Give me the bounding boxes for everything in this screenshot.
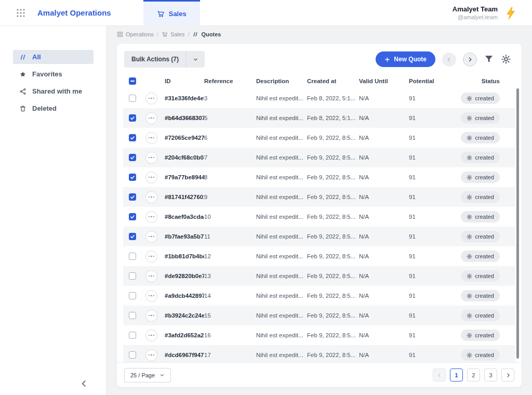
row-reference: 10 [204, 214, 256, 220]
status-label: created [475, 352, 494, 358]
row-actions-button[interactable] [145, 132, 157, 144]
status-label: created [475, 293, 494, 299]
breadcrumb-item-operations[interactable]: Operations [117, 31, 154, 37]
row-actions-button[interactable] [145, 330, 157, 341]
table-row: #81741f4276019Nihil est expedit...Feb 9,… [123, 187, 515, 207]
table-row: #b64d36683075Nihil est expedit...Feb 8, … [123, 108, 515, 128]
row-checkbox[interactable] [129, 154, 136, 161]
breadcrumb-item-quotes: Quotes [192, 31, 221, 37]
row-actions-button[interactable] [145, 349, 157, 361]
row-created-at: Feb 8, 2022, 5:1... [307, 95, 359, 101]
row-reference: 17 [204, 352, 256, 358]
row-checkbox[interactable] [129, 272, 136, 280]
row-checkbox[interactable] [129, 351, 136, 359]
row-checkbox[interactable] [129, 114, 136, 122]
row-checkbox[interactable] [129, 193, 136, 201]
settings-button[interactable] [501, 54, 511, 64]
pagination-next-button[interactable] [501, 368, 514, 381]
chevron-down-icon[interactable] [187, 57, 205, 62]
breadcrumb: Operations / Sales / Quotes [117, 31, 532, 37]
table-row: #31e336fde4ef3Nihil est expedit...Feb 8,… [123, 88, 515, 108]
status-badge: created [461, 112, 500, 124]
share-icon [19, 88, 26, 95]
row-id: #b3924c2c24e [165, 312, 204, 319]
row-actions-button[interactable] [145, 270, 157, 282]
plus-icon [384, 57, 390, 62]
column-header-description: Description [256, 78, 307, 84]
row-created-at: Feb 9, 2022, 8:5... [307, 214, 359, 220]
row-description: Nihil est expedit... [256, 273, 307, 279]
column-header-valid-until: Valid Until [359, 78, 409, 84]
row-actions-button[interactable] [145, 310, 157, 322]
row-created-at: Feb 9, 2022, 8:5... [307, 253, 359, 259]
row-reference: 8 [204, 174, 256, 180]
row-actions-button[interactable] [145, 211, 157, 223]
row-checkbox[interactable] [129, 332, 136, 339]
row-reference: 12 [204, 253, 256, 259]
row-checkbox[interactable] [129, 253, 136, 260]
pagination-prev-button[interactable] [433, 368, 446, 381]
row-valid-until: N/A [359, 293, 409, 299]
row-id: #72065ce9427 [165, 135, 204, 141]
filter-button[interactable] [484, 54, 494, 64]
row-checkbox[interactable] [129, 174, 136, 181]
row-created-at: Feb 9, 2022, 8:5... [307, 174, 359, 180]
next-page-arrow-button[interactable] [463, 52, 477, 67]
bulk-actions-button[interactable]: Bulk Actions (7) [124, 51, 205, 68]
row-checkbox[interactable] [129, 312, 136, 319]
page-button-2[interactable]: 2 [467, 368, 480, 381]
row-actions-button[interactable] [145, 191, 157, 203]
sidebar-item-shared-with-me[interactable]: Shared with me [13, 84, 94, 98]
row-id: #81741f427601 [165, 194, 204, 200]
table-row: #b3924c2c24e15Nihil est expedit...Feb 9,… [123, 306, 515, 325]
row-description: Nihil est expedit... [256, 194, 307, 200]
row-checkbox[interactable] [129, 213, 136, 220]
app-launcher-icon[interactable] [16, 8, 26, 18]
row-created-at: Feb 9, 2022, 8:5... [307, 312, 359, 319]
sidebar-item-deleted[interactable]: Deleted [13, 101, 94, 115]
status-label: created [475, 233, 494, 240]
card-toolbar: Bulk Actions (7) New Quote [117, 44, 522, 74]
new-quote-button[interactable]: New Quote [376, 51, 435, 67]
vertical-scrollbar[interactable] [516, 88, 519, 359]
table-header-row: IDReferenceDescriptionCreated atValid Un… [123, 74, 515, 88]
status-badge: created [461, 330, 500, 341]
status-badge: created [461, 310, 500, 321]
select-all-checkbox[interactable] [129, 77, 136, 85]
page-button-3[interactable]: 3 [484, 368, 497, 381]
row-description: Nihil est expedit... [256, 233, 307, 240]
row-actions-button[interactable] [145, 152, 157, 164]
row-actions-button[interactable] [145, 93, 157, 104]
page-button-1[interactable]: 1 [450, 368, 463, 381]
sidebar-item-all[interactable]: All [13, 50, 94, 64]
row-actions-button[interactable] [145, 172, 157, 183]
sidebar-item-favorites[interactable]: Favorites [13, 67, 94, 81]
row-actions-button[interactable] [145, 231, 157, 243]
tab-sales[interactable]: Sales [143, 0, 200, 26]
row-checkbox[interactable] [129, 134, 136, 141]
row-reference: 11 [204, 233, 256, 240]
column-header-created-at: Created at [307, 78, 359, 84]
row-id: #8caef0a3cda4 [165, 214, 204, 220]
column-header-potential: Potential [409, 78, 460, 84]
table-row: #204cf68c0b037Nihil est expedit...Feb 9,… [123, 148, 515, 167]
chevron-left-icon [436, 372, 443, 378]
prev-page-arrow-button[interactable] [442, 52, 456, 67]
breadcrumb-item-sales[interactable]: Sales [162, 31, 185, 37]
row-checkbox[interactable] [129, 95, 136, 102]
row-actions-button[interactable] [145, 251, 157, 262]
page-size-select[interactable]: 25 / Page [124, 368, 171, 383]
row-actions-button[interactable] [145, 112, 157, 124]
lightning-bolt-icon [504, 6, 518, 20]
quotes-card: Bulk Actions (7) New Quote [117, 44, 522, 387]
sidebar-collapse-button[interactable] [79, 378, 89, 389]
status-label: created [475, 174, 494, 180]
row-actions-button[interactable] [145, 290, 157, 302]
account-info[interactable]: Amalyet Team @amalyet.team [453, 5, 498, 20]
status-label: created [475, 154, 494, 161]
status-badge: created [461, 191, 500, 203]
row-valid-until: N/A [359, 214, 409, 220]
row-checkbox[interactable] [129, 233, 136, 240]
row-checkbox[interactable] [129, 292, 136, 299]
account-handle: @amalyet.team [453, 14, 498, 20]
